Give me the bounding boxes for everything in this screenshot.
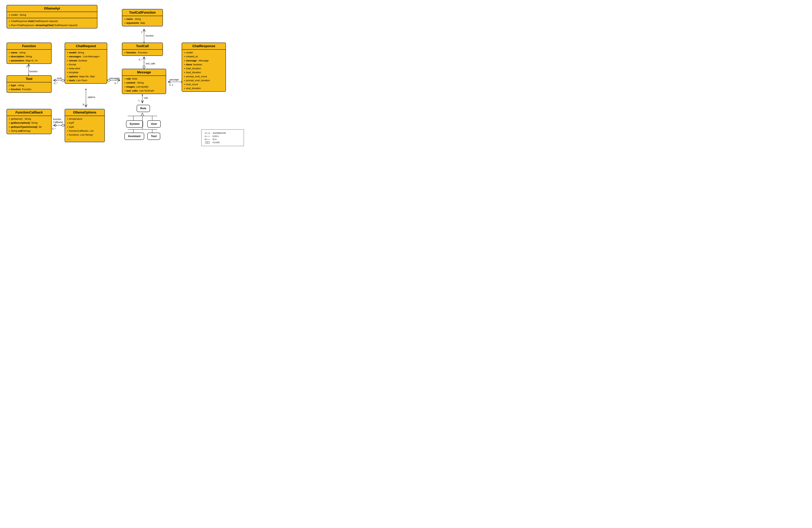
legend-label: HAS A [213,135,219,138]
edge-mult: 1 [26,65,28,68]
ops: + ChatResponse chat(ChatRequest request)… [7,18,97,28]
legend-class-row: xxx CLASS [204,141,242,144]
edge-label: message [170,78,179,81]
attrs: + getName() : String + getDescription():… [7,116,51,134]
svg-marker-4 [204,139,206,140]
attr-row: + done: boolean [184,62,223,67]
attr-row: + functions: List<String> [67,133,102,137]
legend-label: CLASS [213,141,220,144]
attr-row: + model: String [67,51,105,55]
attr-row: + getDescription(): String [9,121,49,125]
attr-row: + prompt_eval_duration [184,79,223,82]
edge-label: options [88,96,95,98]
attr-row: + created_at [184,55,223,58]
attrs: + name : string + arguments: Map [122,16,162,26]
class-box-icon: xxx [204,141,211,144]
attrs: + model + created_at + message : Message… [182,49,226,91]
attr-row: + name : string [9,51,49,55]
edge-label: tools [57,77,62,80]
attr-row: + model : String [9,13,95,17]
attr-row: + prompt_eval_count [184,74,223,79]
edge-label: Callbacks [53,121,63,124]
class-message: Message + role: Role + content : String … [122,69,166,94]
attr-row: + template [67,70,105,74]
triangle-arrow-icon [204,138,211,141]
attr-row: + options: Map<Str, Obj> [67,74,105,79]
attr-row: + format [67,62,105,67]
edge-mult: 1 [138,99,140,102]
class-chatresponse: ChatResponse + model + created_at + mess… [182,43,226,92]
attrs: + role: Role + content : String + images… [122,76,166,94]
attr-row: + function : Function [124,51,161,55]
attrs: + function : Function [122,49,162,56]
edge-label: function [29,70,38,73]
class-chatrequest: ChatRequest + model: String + messages :… [64,43,107,84]
class-title: Message [122,69,166,76]
attr-row: + getInputTypeSchema(): Str [9,125,49,129]
class-function: Function + name : string + description: … [6,43,52,64]
class-functioncallback: FunctionCallback + getName() : String + … [6,109,52,134]
class-title: ToolCallFunction [122,9,162,16]
attr-row: + topP [67,121,102,125]
role-parent: Role [137,105,150,112]
legend-isa-row: IS A [204,138,242,141]
attr-row: + eval_duration [184,86,223,90]
diamond-arrow-icon [204,132,211,134]
svg-point-12 [115,80,116,81]
edge-mult: 0..* [52,127,56,130]
attr-row: + functionCallbacks: List [67,129,102,133]
attr-row: + function: Function [9,87,49,91]
edge-label: function [53,118,61,120]
edge-label: function [146,34,154,37]
attr-row: + getName() : String [9,117,49,121]
attr-row: + content : String [124,81,164,85]
attr-row: + temperature [67,117,102,121]
attr-row: + tool_calls: List<ToolCall> [124,89,164,93]
attr-row: + load_duration [184,70,223,74]
attr-row: + total_duration [184,67,223,70]
attr-row: + topK [67,125,102,129]
attr-row: + tools: List<Tool> [67,79,105,82]
legend-aggregate-row: AGGREGATE [204,132,242,134]
attr-row: + description: String [9,55,49,58]
class-toolcall: ToolCall + function : Function [122,43,163,56]
attr-row: + images: List<byte[]> [124,85,164,89]
role-system: System [126,120,143,128]
attr-row: + keep-alive [67,67,105,70]
svg-point-17 [144,62,144,62]
class-title: FunctionCallback [7,109,51,116]
legend-hasa-row: HAS A [204,135,242,138]
edge-label: role [144,97,148,99]
attr-row: + messages : List<Message> [67,55,105,58]
attr-row: + stream: boolean [67,59,105,62]
legend: AGGREGATE HAS A IS A xxx CLASS [201,129,244,146]
class-ollamaoptions: OllamaOptions + temperature + topP + top… [64,109,105,142]
attr-row: + name : string [124,17,161,21]
legend-label: AGGREGATE [213,132,226,134]
class-title: ChatResponse [182,43,226,49]
attr-row: + String call(String); [9,129,49,133]
class-title: ChatRequest [65,43,107,49]
edge-mult: 0..* [54,82,57,85]
class-title: Function [7,43,51,49]
edge-mult: 1 [83,103,84,106]
attr-row: ...... [67,137,102,141]
edge-mult: 1 [141,31,142,33]
attr-row: + message : Message [184,59,223,62]
edge-label: tool_calls [146,62,155,65]
attrs: + model: String + messages : List<Messag… [65,49,107,83]
class-title: ToolCall [122,43,162,49]
attr-row: + model [184,51,223,55]
class-toolcallfunction: ToolCallFunction + name : string + argum… [122,9,163,26]
attr-row: + role: Role [124,77,164,81]
role-tool: Tool [147,133,160,140]
attrs: + model : String [7,12,97,18]
class-title: Tool [7,76,51,82]
svg-point-15 [56,125,57,126]
attr-row: + eval_count [184,82,223,86]
op-row: + Flux<ChatResponse> streamingChat(ChatR… [9,23,95,27]
class-title: OllamaApi [7,5,97,12]
edge-label: messages [109,77,120,80]
svg-marker-0 [205,132,207,134]
edge-mult: 0..* [115,82,118,85]
